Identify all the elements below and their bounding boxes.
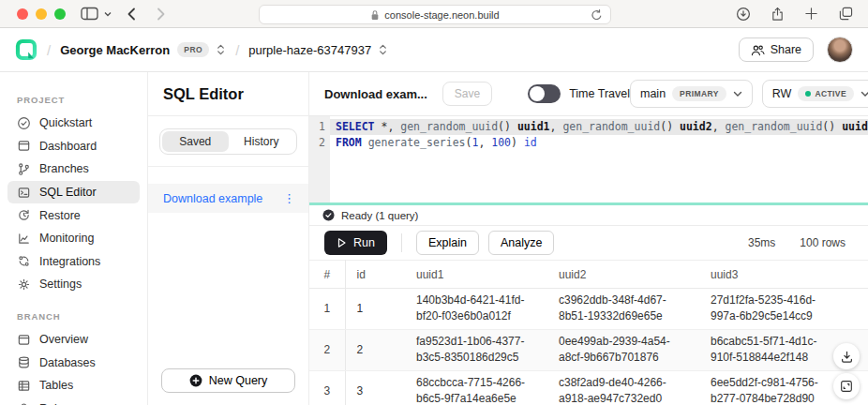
- new-query-label: New Query: [209, 374, 268, 387]
- org-switcher-icon[interactable]: [216, 43, 226, 56]
- table-row[interactable]: 11140b3b4d-6421-41fd-bf20-f03e6b0a012fc3…: [309, 289, 868, 330]
- page-title: SQL Editor: [148, 72, 308, 116]
- check-circle-filled-icon: [322, 209, 335, 221]
- sidebar-item-tables[interactable]: Tables: [7, 374, 140, 398]
- sidebar-item-databases[interactable]: Databases: [7, 351, 140, 374]
- sidebar-item-branches[interactable]: Branches: [7, 158, 140, 181]
- avatar[interactable]: [827, 37, 853, 63]
- forward-button[interactable]: [157, 8, 166, 21]
- tab-saved[interactable]: Saved: [162, 131, 229, 152]
- query-title[interactable]: Download exam...: [324, 87, 427, 101]
- code-line[interactable]: 1SELECT *, gen_random_uuid() uuid1, gen_…: [309, 119, 868, 135]
- integrations-icon: [17, 254, 31, 268]
- table-row[interactable]: 3368ccbcca-7715-4266-b6c5-9f7a14ea6e5ec3…: [309, 370, 868, 405]
- sidebar-item-integrations[interactable]: Integrations: [7, 250, 140, 274]
- downloads-icon[interactable]: [736, 7, 751, 22]
- cell: 68ccbcca-7715-4266-b6c5-9f7a14ea6e5e: [405, 370, 547, 405]
- databases-icon: [17, 355, 31, 369]
- column-header--[interactable]: #: [309, 261, 345, 289]
- cell: 1: [345, 289, 405, 330]
- cell: 1: [309, 289, 345, 330]
- restore-icon: [17, 208, 31, 222]
- window-controls: [0, 8, 66, 20]
- saved-query-label: Download example: [163, 192, 262, 205]
- roles-icon: [17, 401, 31, 405]
- column-header-uuid3[interactable]: uuid3: [699, 261, 868, 289]
- sidebar-item-sql-editor[interactable]: SQL Editor: [7, 181, 140, 204]
- saved-query-item[interactable]: Download example ⋮: [148, 184, 308, 213]
- sidebar-item-restore[interactable]: Restore: [7, 203, 140, 227]
- column-header-uuid2[interactable]: uuid2: [547, 261, 699, 289]
- address-bar[interactable]: console-stage.neon.build: [259, 5, 611, 24]
- divider: [401, 233, 402, 252]
- app-header: / George MacKerron PRO / purple-haze-637…: [0, 28, 868, 72]
- saved-history-tabs: SavedHistory: [159, 128, 297, 155]
- close-window-button[interactable]: [17, 8, 28, 20]
- sidebar-item-label: Overview: [39, 333, 88, 346]
- sidebar-item-settings[interactable]: Settings: [7, 273, 140, 296]
- time-travel-toggle[interactable]: [528, 84, 561, 103]
- new-query-button[interactable]: New Query: [161, 368, 295, 393]
- project-switcher-icon[interactable]: [378, 43, 388, 56]
- explain-button[interactable]: Explain: [416, 231, 479, 255]
- table-row[interactable]: 22fa9523d1-1b06-4377-b3c5-8350186d29c50e…: [309, 329, 868, 370]
- download-results-button[interactable]: [833, 343, 860, 369]
- column-header-id[interactable]: id: [345, 261, 405, 289]
- zoom-window-button[interactable]: [54, 8, 66, 20]
- back-button[interactable]: [127, 8, 136, 21]
- plan-badge: PRO: [177, 42, 209, 57]
- url-text: console-stage.neon.build: [384, 9, 499, 21]
- sidebar-toggle-icon[interactable]: [81, 7, 98, 21]
- new-tab-icon[interactable]: [804, 7, 818, 21]
- sidebar-item-label: Settings: [39, 278, 82, 291]
- neon-logo[interactable]: [15, 38, 37, 61]
- compute-select[interactable]: RW ACTIVE: [762, 80, 868, 108]
- project-name[interactable]: purple-haze-63747937: [248, 43, 371, 57]
- sidebar-item-quickstart[interactable]: Quickstart: [7, 112, 140, 135]
- project-section-label: PROJECT: [0, 95, 147, 105]
- minimize-window-button[interactable]: [36, 8, 47, 20]
- cell: c3962ddb-348f-4d67-8b51-19332d69e65e: [547, 289, 699, 330]
- org-name[interactable]: George MacKerron: [60, 43, 170, 57]
- sidebar-item-monitoring[interactable]: Monitoring: [7, 227, 140, 250]
- share-icon[interactable]: [771, 7, 785, 22]
- code-line[interactable]: 2FROM generate_series(1, 100) id: [309, 135, 868, 151]
- cell: 2: [345, 329, 405, 370]
- analyze-button[interactable]: Analyze: [488, 231, 554, 255]
- tables-icon: [17, 379, 31, 393]
- reload-icon[interactable]: [591, 8, 603, 22]
- tab-overview-icon[interactable]: [838, 7, 853, 21]
- column-header-uuid1[interactable]: uuid1: [405, 261, 547, 289]
- sidebar-item-overview[interactable]: Overview: [7, 328, 140, 352]
- cell: 0ee499ab-2939-4a54-a8cf-9b667b701876: [547, 329, 699, 370]
- row-count: 100 rows: [800, 236, 846, 249]
- cell: fa9523d1-1b06-4377-b3c5-8350186d29c5: [405, 329, 547, 370]
- branch-select[interactable]: main PRIMARY: [630, 80, 753, 108]
- sidebar-item-label: Restore: [39, 209, 81, 222]
- sidebar-item-label: Tables: [39, 379, 73, 392]
- sidebar-item-dashboard[interactable]: Dashboard: [7, 135, 140, 158]
- kebab-menu-icon[interactable]: ⋮: [283, 191, 295, 205]
- share-button[interactable]: Share: [739, 38, 814, 62]
- code-text: FROM generate_series(1, 100) id: [330, 135, 868, 151]
- editor-panel: Download exam... Save Time Travel main P…: [309, 72, 868, 405]
- sidebar-item-label: Integrations: [39, 255, 100, 268]
- check-circle-icon: [17, 116, 31, 130]
- tab-history[interactable]: History: [229, 131, 295, 152]
- expand-results-button[interactable]: [833, 373, 860, 399]
- chevron-down-icon[interactable]: [104, 11, 112, 17]
- active-badge: ACTIVE: [798, 86, 854, 101]
- results-toolbar: Run Explain Analyze 35ms 100 rows: [309, 226, 868, 260]
- line-number: 2: [309, 135, 330, 151]
- sidebar-item-roles[interactable]: Roles: [7, 398, 140, 405]
- branch-section-label: BRANCH: [0, 311, 147, 322]
- sql-code-editor[interactable]: 1SELECT *, gen_random_uuid() uuid1, gen_…: [309, 116, 868, 205]
- chevron-down-icon: [733, 91, 742, 98]
- overview-icon: [17, 333, 31, 347]
- line-number: 1: [309, 119, 330, 135]
- run-button[interactable]: Run: [324, 231, 387, 255]
- queries-panel: SQL Editor SavedHistory Download example…: [148, 72, 309, 405]
- save-button[interactable]: Save: [442, 82, 492, 106]
- lock-icon: [370, 9, 380, 21]
- branch-select-value: main: [640, 87, 666, 100]
